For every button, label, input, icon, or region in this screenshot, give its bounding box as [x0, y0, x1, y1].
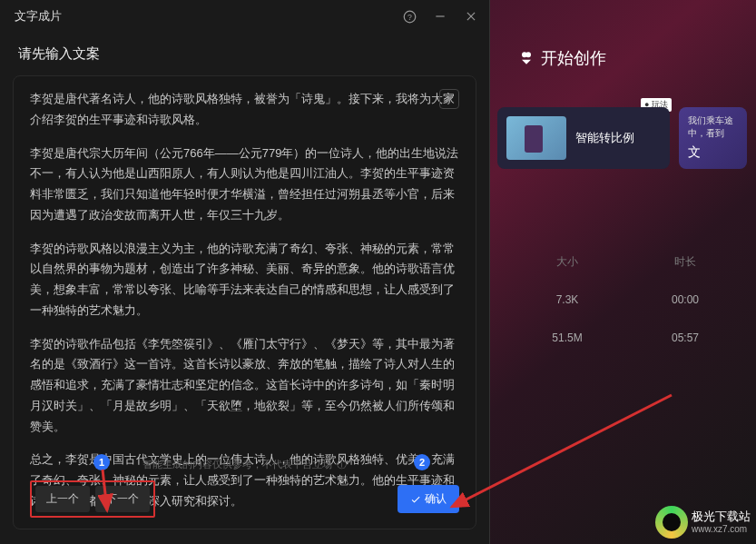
header-controls: ? — [402, 9, 478, 24]
check-icon — [410, 494, 421, 505]
card-smart-ratio[interactable]: 智能转比例 — [497, 107, 670, 169]
logo-name: 极光下载站 — [692, 510, 751, 523]
start-create-heading: 开始创作 — [517, 47, 606, 69]
start-create-label: 开始创作 — [541, 47, 606, 69]
annotation-badge-1: 1 — [93, 454, 110, 470]
cell-duration: 05:57 — [626, 331, 744, 344]
cell-size: 7.3K — [508, 293, 626, 306]
paragraph: 李贺是唐代宗大历年间（公元766年——公元779年）的一位诗人，他的出生地说法不… — [30, 143, 459, 226]
next-button[interactable]: 下一个 — [95, 486, 150, 512]
button-row: 上一个 下一个 确认 — [30, 480, 459, 518]
feature-cards: 智能转比例 我们乘车途 中，看到 文 — [497, 107, 747, 169]
content-box: 李贺是唐代著名诗人，他的诗歌风格独特，被誉为「诗鬼」。接下来，我将为大家介绍李贺… — [13, 75, 476, 529]
edit-icon[interactable] — [439, 89, 459, 109]
help-icon[interactable]: ? — [402, 9, 417, 24]
scissors-icon — [517, 49, 535, 67]
modal-subtitle: 请先输入文案 — [0, 33, 489, 72]
modal-header: 文字成片 ? — [0, 0, 489, 33]
table-row[interactable]: 7.3K 00:00 — [508, 281, 744, 319]
card2-title: 文 — [688, 143, 701, 162]
cell-duration: 00:00 — [626, 293, 744, 306]
card2-line1: 我们乘车途 — [688, 114, 733, 127]
svg-text:?: ? — [407, 12, 412, 21]
confirm-label: 确认 — [425, 491, 447, 507]
minimize-icon[interactable] — [433, 9, 447, 24]
modal-title: 文字成片 — [15, 8, 62, 25]
annotation-badge-2: 2 — [414, 454, 430, 470]
paragraph: 李贺的诗歌风格以浪漫主义为主，他的诗歌充满了奇幻、夸张、神秘的元素，常常以自然界… — [30, 239, 459, 321]
col-size-header: 大小 — [508, 254, 626, 270]
paragraph: 李贺是唐代著名诗人，他的诗歌风格独特，被誉为「诗鬼」。接下来，我将为大家介绍李贺… — [30, 89, 459, 131]
nav-button-group: 上一个 下一个 — [30, 480, 155, 518]
text-to-video-modal: 文字成片 ? 请先输入文案 李贺是唐代著名诗人，他的诗歌风格独特，被誉为「诗鬼」… — [0, 0, 490, 544]
close-icon[interactable] — [464, 9, 478, 24]
paragraph: 李贺的诗歌作品包括《李凭箜篌引》、《雁门太守行》、《梦天》等，其中最为著名的是《… — [30, 334, 459, 438]
confirm-button[interactable]: 确认 — [398, 485, 459, 513]
logo-icon — [655, 506, 688, 539]
modal-footer: 1 智能生成的内容仅供参考，不代表平台立场 ⓘ 2 上一个 下一个 确认 — [30, 458, 459, 518]
watermark-logo: 极光下载站 www.xz7.com — [655, 506, 751, 539]
table-header: 大小 时长 — [508, 254, 744, 281]
cell-size: 51.5M — [508, 331, 626, 344]
file-table: 大小 时长 7.3K 00:00 51.5M 05:57 — [508, 254, 744, 357]
table-row[interactable]: 51.5M 05:57 — [508, 319, 744, 357]
col-duration-header: 时长 — [626, 254, 744, 270]
logo-url: www.xz7.com — [692, 524, 751, 534]
prev-button[interactable]: 上一个 — [35, 486, 90, 512]
hint-row: 1 智能生成的内容仅供参考，不代表平台立场 ⓘ 2 — [30, 458, 459, 471]
disclaimer-text: 智能生成的内容仅供参考，不代表平台立场 — [142, 459, 332, 470]
card2-line2: 中，看到 — [688, 127, 724, 140]
card-thumbnail — [506, 116, 566, 160]
right-panel: 开始创作 ● 玩法 智能转比例 我们乘车途 中，看到 文 大小 时长 7.3K … — [490, 0, 756, 544]
card-label: 智能转比例 — [575, 130, 634, 146]
card-text[interactable]: 我们乘车途 中，看到 文 — [679, 107, 747, 169]
info-icon[interactable]: ⓘ — [337, 459, 347, 470]
